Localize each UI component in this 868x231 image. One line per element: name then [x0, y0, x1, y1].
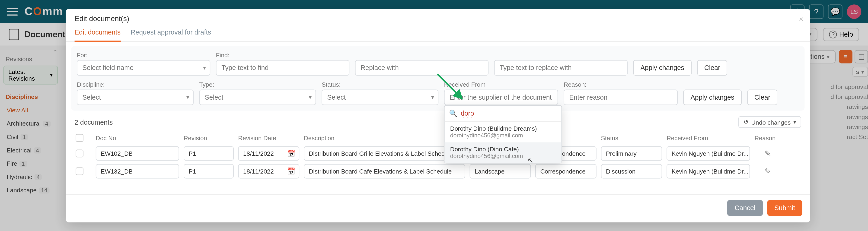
modal-title: Edit document(s) [75, 14, 801, 23]
reason-input[interactable] [564, 90, 678, 105]
document-table: Doc No. Revision Revision Date Descripti… [66, 131, 810, 180]
edit-row-icon[interactable]: ✎ [754, 167, 781, 176]
col-status: Status [601, 135, 662, 141]
cell-doc-no[interactable]: EW132_DB [96, 164, 179, 178]
dropdown-option[interactable]: Dorothy Dino (Dino Cafe)dorothydino456@g… [445, 142, 561, 163]
tab-request-approval[interactable]: Request approval for drafts [130, 28, 211, 41]
undo-icon: ↺ [744, 119, 749, 126]
reason-label: Reason: [564, 81, 678, 88]
tab-edit-documents[interactable]: Edit documents [75, 28, 121, 42]
discipline-label: Discipline: [77, 81, 194, 88]
option-name: Dorothy Dino (Buildme Dreams) [450, 125, 556, 132]
cell-description[interactable]: Distribution Board Cafe Elevations & Lab… [304, 164, 465, 178]
replace-with-input[interactable] [494, 60, 628, 75]
col-description: Description [304, 135, 465, 141]
clear-button-2[interactable]: Clear [747, 90, 778, 105]
for-select[interactable] [77, 60, 210, 75]
edit-documents-modal: × Edit document(s) Edit documents Reques… [66, 9, 810, 223]
calendar-icon: 📅 [287, 150, 296, 158]
close-icon[interactable]: × [799, 14, 804, 23]
received-from-input[interactable] [444, 90, 558, 105]
apply-changes-button-2[interactable]: Apply changes [683, 90, 741, 105]
dropdown-search: 🔍 [445, 106, 561, 122]
cell-discipline[interactable]: Landscape [470, 164, 531, 178]
row-checkbox[interactable] [75, 167, 84, 175]
option-email: dorothydino456@gmail.com [450, 132, 556, 138]
cell-revision[interactable]: P1 [184, 164, 234, 178]
cell-revision-date[interactable]: 18/11/2022📅 [238, 146, 299, 161]
table-header: Doc No. Revision Revision Date Descripti… [75, 131, 801, 144]
discipline-select[interactable] [77, 90, 194, 105]
cell-status[interactable]: Preliminary [601, 146, 662, 161]
cell-revision-date[interactable]: 18/11/2022📅 [238, 164, 299, 178]
apply-changes-button[interactable]: Apply changes [633, 60, 691, 75]
submit-button[interactable]: Submit [767, 200, 802, 216]
received-from-label: Received From [444, 81, 558, 88]
dropdown-option[interactable]: Dorothy Dino (Buildme Dreams)dorothydino… [445, 122, 561, 142]
cursor-icon: ↖ [527, 156, 533, 165]
cell-doc-no[interactable]: EW102_DB [96, 146, 179, 161]
clear-button[interactable]: Clear [697, 60, 727, 75]
col-revision-date: Revision Date [238, 135, 299, 141]
option-name: Dorothy Dino (Dino Cafe) [450, 146, 556, 153]
table-row: EW132_DBP118/11/2022📅Distribution Board … [75, 162, 801, 180]
find-label: Find: [216, 52, 349, 58]
cell-received-from[interactable]: Kevin Nguyen (Buildme Dr... [666, 146, 750, 161]
document-count: 2 documents [75, 118, 113, 126]
col-doc-no: Doc No. [96, 135, 179, 141]
row-checkbox[interactable] [75, 150, 84, 158]
find-input[interactable] [216, 60, 349, 75]
find-replace-section: For: ▾ Find: Apply changes Clear [71, 46, 804, 110]
table-row: EW102_DBP118/11/2022📅Distribution Board … [75, 144, 801, 162]
undo-changes-button[interactable]: ↺ Undo changes ▾ [738, 116, 801, 128]
edit-row-icon[interactable]: ✎ [754, 149, 781, 158]
type-select[interactable] [199, 90, 316, 105]
replace-input[interactable] [355, 60, 489, 75]
col-reason: Reason [754, 135, 781, 141]
search-icon: 🔍 [449, 109, 457, 118]
type-label: Type: [199, 81, 316, 88]
for-label: For: [77, 52, 210, 58]
select-all-checkbox[interactable] [75, 134, 84, 142]
dropdown-search-input[interactable] [461, 109, 557, 118]
cell-received-from[interactable]: Kevin Nguyen (Buildme Dr... [666, 164, 750, 178]
cell-description[interactable]: Distribution Board Grille Elevations & L… [304, 146, 465, 161]
chevron-down-icon: ▾ [793, 119, 796, 125]
cell-type[interactable]: Correspondence [535, 164, 596, 178]
received-from-dropdown: 🔍 Dorothy Dino (Buildme Dreams)dorothydi… [444, 105, 562, 164]
col-received-from: Received From [666, 135, 750, 141]
status-select[interactable] [321, 90, 438, 105]
cell-revision[interactable]: P1 [184, 146, 234, 161]
status-label: Status: [321, 81, 438, 88]
option-email: dorothydino456@gmail.com [450, 153, 556, 159]
cell-status[interactable]: Discussion [601, 164, 662, 178]
modal-tabs: Edit documents Request approval for draf… [66, 23, 810, 42]
calendar-icon: 📅 [287, 167, 296, 175]
col-revision: Revision [184, 135, 234, 141]
cancel-button[interactable]: Cancel [727, 200, 763, 216]
